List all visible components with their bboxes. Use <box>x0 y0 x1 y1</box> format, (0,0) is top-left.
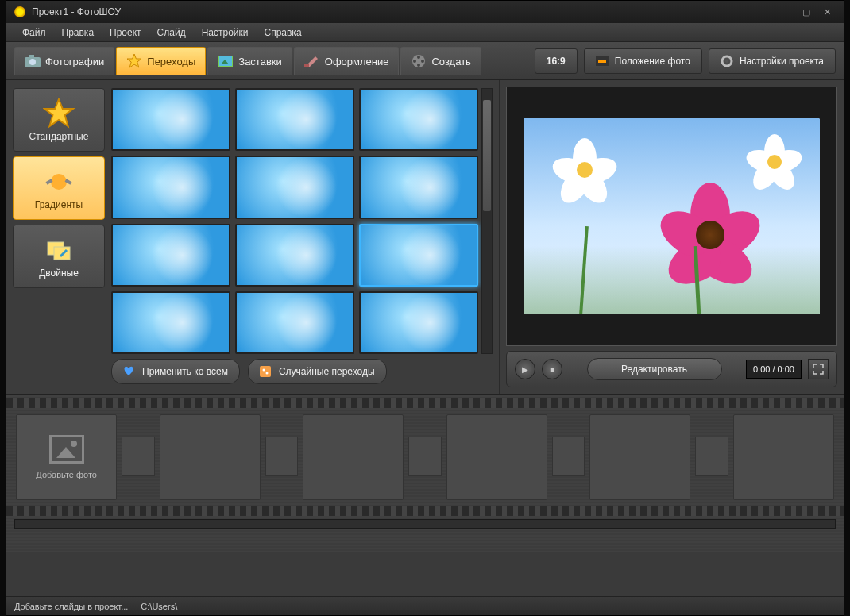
menu-file[interactable]: Файл <box>14 25 54 40</box>
timeline-slot-empty[interactable] <box>303 414 404 500</box>
double-icon <box>43 234 75 266</box>
edit-button[interactable]: Редактировать <box>587 358 722 380</box>
menu-project[interactable]: Проект <box>102 25 149 40</box>
menu-slide[interactable]: Слайд <box>149 25 194 40</box>
timeline-gap[interactable] <box>552 437 585 476</box>
gradient-icon <box>43 166 75 198</box>
timeline-gap[interactable] <box>695 437 728 476</box>
timeline-gap[interactable] <box>408 437 441 476</box>
transition-thumb[interactable] <box>111 156 230 218</box>
transition-thumb[interactable] <box>235 88 354 151</box>
transition-thumb[interactable] <box>111 224 230 287</box>
svg-point-16 <box>725 60 728 63</box>
preview-controls: ▶ ■ Редактировать 0:00 / 0:00 <box>506 351 837 387</box>
transition-thumb[interactable] <box>359 291 478 354</box>
svg-point-1 <box>29 59 36 65</box>
stop-button[interactable]: ■ <box>542 359 562 379</box>
tab-photos[interactable]: Фотографии <box>14 47 114 75</box>
timeline-slot-add[interactable]: Добавьте фото <box>16 414 117 500</box>
gear-icon <box>721 56 733 67</box>
maximize-button[interactable]: ▢ <box>798 5 815 19</box>
grid-scrollbar[interactable] <box>481 88 493 354</box>
app-icon <box>14 6 25 17</box>
transition-thumb[interactable] <box>111 291 230 354</box>
fullscreen-button[interactable] <box>808 359 829 379</box>
category-gradients-label: Градиенты <box>35 199 83 210</box>
reel-icon <box>411 53 427 69</box>
window-title: Проект1 - ФотоШОУ <box>32 6 121 17</box>
menu-help[interactable]: Справка <box>256 25 309 40</box>
brush-icon <box>304 53 320 69</box>
timeline-scrollbar[interactable] <box>14 519 836 529</box>
tab-create-label: Создать <box>431 56 470 67</box>
category-double-label: Двойные <box>39 268 79 279</box>
category-double[interactable]: Двойные <box>13 225 105 288</box>
tab-transitions-label: Переходы <box>147 56 195 67</box>
menu-edit[interactable]: Правка <box>54 25 102 40</box>
timeline-slot-empty[interactable] <box>733 414 834 500</box>
aspect-ratio-button[interactable]: 16:9 <box>535 48 578 74</box>
play-button[interactable]: ▶ <box>515 359 535 379</box>
svg-rect-14 <box>598 60 606 63</box>
tab-design[interactable]: Оформление <box>294 47 400 75</box>
edit-label: Редактировать <box>621 364 687 375</box>
timeline-slot-empty[interactable] <box>160 414 261 500</box>
project-settings-button[interactable]: Настройки проекта <box>709 48 836 74</box>
picture-icon <box>218 53 234 69</box>
position-icon <box>596 56 609 67</box>
project-settings-label: Настройки проекта <box>740 56 824 67</box>
timeline-slot-empty[interactable] <box>446 414 547 500</box>
svg-point-18 <box>51 174 67 190</box>
svg-point-12 <box>413 60 416 63</box>
timeline-gap[interactable] <box>265 437 298 476</box>
photo-position-label: Положение фото <box>615 56 690 67</box>
timeline: Добавьте фото <box>6 394 844 552</box>
transition-thumb[interactable] <box>359 156 478 218</box>
close-button[interactable]: ✕ <box>818 5 836 19</box>
scroll-thumb[interactable] <box>483 100 491 211</box>
transition-thumb-selected[interactable] <box>359 224 478 287</box>
svg-rect-23 <box>260 366 271 377</box>
svg-point-25 <box>265 372 268 375</box>
tab-transitions[interactable]: Переходы <box>116 47 206 75</box>
tab-photos-label: Фотографии <box>45 56 104 67</box>
category-standard[interactable]: Стандартные <box>13 88 105 152</box>
menu-settings[interactable]: Настройки <box>194 25 257 40</box>
svg-marker-3 <box>127 54 141 67</box>
svg-point-9 <box>417 56 420 59</box>
heart-icon <box>123 366 136 377</box>
status-path: C:\Users\ <box>141 602 177 611</box>
svg-rect-7 <box>304 64 309 67</box>
svg-point-11 <box>417 64 420 67</box>
transition-thumb[interactable] <box>235 224 354 287</box>
timeline-gap[interactable] <box>122 437 154 476</box>
category-column: Стандартные Градиенты Двойные <box>13 88 105 387</box>
tab-splash[interactable]: Заставки <box>207 47 292 75</box>
aspect-ratio-label: 16:9 <box>547 56 566 67</box>
svg-point-10 <box>421 60 424 63</box>
tab-design-label: Оформление <box>325 56 389 67</box>
apply-all-button[interactable]: Применить ко всем <box>111 359 240 384</box>
preview-image <box>524 118 821 314</box>
random-label: Случайные переходы <box>279 366 375 377</box>
tab-create[interactable]: Создать <box>400 47 481 75</box>
transition-thumb[interactable] <box>111 88 230 151</box>
photo-position-button[interactable]: Положение фото <box>584 48 702 74</box>
transition-thumb[interactable] <box>235 156 354 218</box>
svg-rect-2 <box>29 55 34 58</box>
timeline-slot-empty[interactable] <box>589 414 690 500</box>
random-icon <box>260 366 272 377</box>
star-icon <box>126 53 142 69</box>
menubar: Файл Правка Проект Слайд Настройки Справ… <box>6 23 844 42</box>
tab-splash-label: Заставки <box>238 56 281 67</box>
add-photo-label: Добавьте фото <box>36 470 97 479</box>
apply-all-label: Применить ко всем <box>142 366 228 377</box>
preview-viewport <box>506 87 837 346</box>
time-label: 0:00 / 0:00 <box>753 364 794 374</box>
transition-thumb[interactable] <box>359 88 478 151</box>
statusbar: Добавьте слайды в проект... C:\Users\ <box>6 596 844 615</box>
transition-thumb[interactable] <box>235 291 354 354</box>
category-gradients[interactable]: Градиенты <box>13 156 105 220</box>
random-button[interactable]: Случайные переходы <box>248 359 387 384</box>
minimize-button[interactable]: — <box>777 5 794 19</box>
